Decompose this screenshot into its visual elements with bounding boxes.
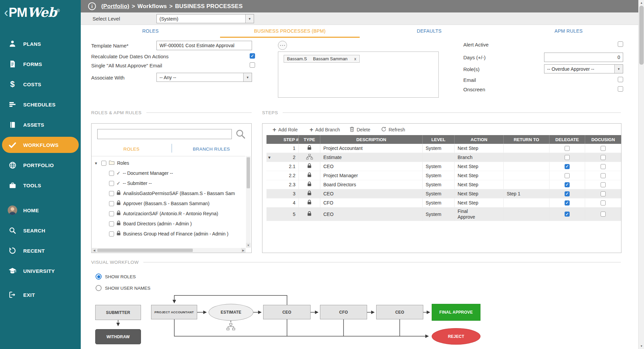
tree-item[interactable]: Approver (Bassam.S - Bassam Samman) <box>92 199 245 208</box>
sidebar-item-workflows[interactable]: WORKFLOWS <box>2 137 79 153</box>
roles-search-input[interactable] <box>97 129 232 139</box>
associate-with-dropdown[interactable]: -- Any -- ▼ <box>156 73 252 82</box>
step-row-2-2[interactable]: 2.2 Project Manager System Next Step <box>266 171 621 180</box>
workflow-node-ceo-2[interactable]: CEO <box>376 305 423 319</box>
delete-button[interactable]: Delete <box>349 126 370 133</box>
tree-checkbox[interactable] <box>109 181 114 186</box>
workflow-node-reject[interactable]: REJECT <box>432 328 480 345</box>
alert-active-checkbox[interactable] <box>618 41 623 47</box>
tree-checkbox[interactable] <box>101 161 106 166</box>
chevron-down-icon[interactable]: ▼ <box>614 65 623 73</box>
tree-item[interactable]: ✓ -- Submitter -- <box>92 179 245 188</box>
sidebar-item-university[interactable]: UNIVERSITY <box>0 262 81 280</box>
workflow-node-cfo[interactable]: CFO <box>320 305 367 319</box>
page-scroll-thumb[interactable] <box>639 6 644 65</box>
delegate-checkbox[interactable] <box>565 200 570 205</box>
tree-collapse-icon[interactable]: ▾ <box>95 161 99 166</box>
tree-checkbox[interactable] <box>109 191 114 196</box>
roles-search-icon[interactable] <box>235 129 246 140</box>
tree-hscroll-thumb[interactable] <box>97 249 193 252</box>
docusign-checkbox[interactable] <box>601 173 606 178</box>
days-input[interactable]: 0 <box>544 53 623 62</box>
chip-remove-icon[interactable]: x <box>354 57 356 61</box>
tree-item[interactable]: ✓ -- Document Manager -- <box>92 168 245 178</box>
add-role-button[interactable]: + Add Role <box>273 126 298 133</box>
tree-checkbox[interactable] <box>109 231 114 236</box>
sidebar-item-schedules[interactable]: SCHEDULES <box>0 95 81 114</box>
tree-item[interactable]: AnalisisGastoPermisoSAF (Bassam.S - Bass… <box>92 189 245 198</box>
add-branch-button[interactable]: + Add Branch <box>310 126 340 133</box>
sidebar-item-portfolio[interactable]: PORTFOLIO <box>0 156 81 174</box>
tree-vertical-scrollbar[interactable]: ▼ <box>246 156 251 248</box>
tree-horizontal-scrollbar[interactable]: ◀ ▶ <box>92 248 246 253</box>
pmweb-logo[interactable]: ‹PMWeb® <box>4 5 60 20</box>
tree-item-roles-folder[interactable]: ▾ Roles <box>92 158 245 168</box>
chevron-down-icon[interactable]: ▼ <box>243 73 252 82</box>
sidebar-item-recent[interactable]: RECENT <box>0 242 81 260</box>
tree-item[interactable]: Board Directors (admin - Admin ) <box>92 219 245 228</box>
docusign-checkbox[interactable] <box>601 146 606 151</box>
tree-checkbox[interactable] <box>109 221 114 226</box>
select-level-dropdown[interactable]: (System) ▼ <box>156 14 254 23</box>
step-row-2-1[interactable]: 2.1 CEO System Next Step <box>266 162 621 171</box>
roles-dropdown[interactable]: -- Overdue Approver -- ▼ <box>544 64 623 73</box>
tab-roles[interactable]: ROLES <box>81 25 220 38</box>
sidebar-item-search[interactable]: SEARCH <box>0 221 81 240</box>
workflow-node-project-accountant[interactable]: PROJECT ACCOUNTANT <box>151 305 197 319</box>
scroll-right-icon[interactable]: ▶ <box>241 248 246 253</box>
delegate-checkbox[interactable] <box>565 182 570 187</box>
tree-vscroll-thumb[interactable] <box>247 157 250 188</box>
delegate-checkbox[interactable] <box>565 212 570 217</box>
show-user-names-radio[interactable] <box>96 285 102 291</box>
scroll-down-icon[interactable]: ▼ <box>246 243 251 248</box>
onscreen-checkbox[interactable] <box>618 86 623 92</box>
delegate-checkbox[interactable] <box>565 155 570 160</box>
page-scrollbar[interactable]: ▲ ▼ <box>638 0 644 349</box>
docusign-checkbox[interactable] <box>601 182 606 187</box>
info-icon[interactable]: i <box>88 2 96 10</box>
delegate-checkbox[interactable] <box>565 173 570 178</box>
sidebar-item-costs[interactable]: $ COSTS <box>0 75 81 93</box>
workflow-node-ceo-1[interactable]: CEO <box>263 305 311 319</box>
recalc-checkbox[interactable] <box>250 53 255 59</box>
step-row-3[interactable]: 3 CEO System Next Step Step 1 <box>266 189 621 198</box>
sidebar-item-home[interactable]: HOME <box>0 201 81 219</box>
tree-checkbox[interactable] <box>109 211 114 216</box>
docusign-checkbox[interactable] <box>601 155 606 160</box>
step-row-2[interactable]: ▾2 Estimate Branch <box>266 153 621 162</box>
workflow-node-final-approve[interactable]: FINAL APPROVE <box>432 304 480 321</box>
workflow-node-submitter[interactable]: SUBMITTER <box>95 305 141 320</box>
docusign-checkbox[interactable] <box>601 164 606 169</box>
scroll-left-icon[interactable]: ◀ <box>92 248 97 253</box>
delegate-checkbox[interactable] <box>565 191 570 196</box>
sidebar-item-assets[interactable]: ASSETS <box>0 116 81 134</box>
workflow-node-estimate[interactable]: ESTIMATE <box>209 304 253 321</box>
tree-checkbox[interactable] <box>109 171 114 176</box>
tree-item[interactable]: AutorizacionSAF (Antonio.R - Antonio Rey… <box>92 209 245 218</box>
show-roles-radio[interactable] <box>96 274 102 280</box>
tab-business-processes[interactable]: BUSINESS PROCESSES (BPM) <box>220 25 359 38</box>
collapse-branch-icon[interactable]: ▾ <box>268 155 271 160</box>
step-row-5[interactable]: 5 CEO System Final Approve <box>266 208 621 221</box>
delegate-checkbox[interactable] <box>565 164 570 169</box>
docusign-checkbox[interactable] <box>601 200 606 205</box>
sidebar-item-forms[interactable]: FORMS <box>0 55 81 73</box>
step-row-2-3[interactable]: 2.3 Board Directors System Next Step <box>266 180 621 189</box>
email-checkbox[interactable] <box>618 77 623 82</box>
docusign-checkbox[interactable] <box>601 191 606 196</box>
sidebar-item-plans[interactable]: PLANS <box>0 35 81 53</box>
tab-apm-rules[interactable]: APM RULES <box>499 25 638 38</box>
assignee-chip[interactable]: Bassam.S Bassam Samman x <box>284 55 360 63</box>
step-row-4[interactable]: 4 CFO System Next Step <box>266 198 621 208</box>
scroll-down-icon[interactable]: ▼ <box>639 343 644 349</box>
docusign-checkbox[interactable] <box>601 212 606 217</box>
delegate-checkbox[interactable] <box>565 146 570 151</box>
step-row-1[interactable]: 1 Project Accountant System Next Step <box>266 144 621 153</box>
chevron-down-icon[interactable]: ▼ <box>245 14 254 23</box>
tree-item[interactable]: Business Group Head of Finance (admin - … <box>92 229 245 239</box>
sidebar-item-tools[interactable]: TOOLS <box>0 176 81 194</box>
roles-subtab[interactable]: ROLES <box>92 143 172 155</box>
breadcrumb-portfolio-link[interactable]: (Portfolio) <box>101 3 129 9</box>
tree-checkbox[interactable] <box>109 201 114 206</box>
assignee-picker-button[interactable]: ⋯ <box>278 41 287 50</box>
